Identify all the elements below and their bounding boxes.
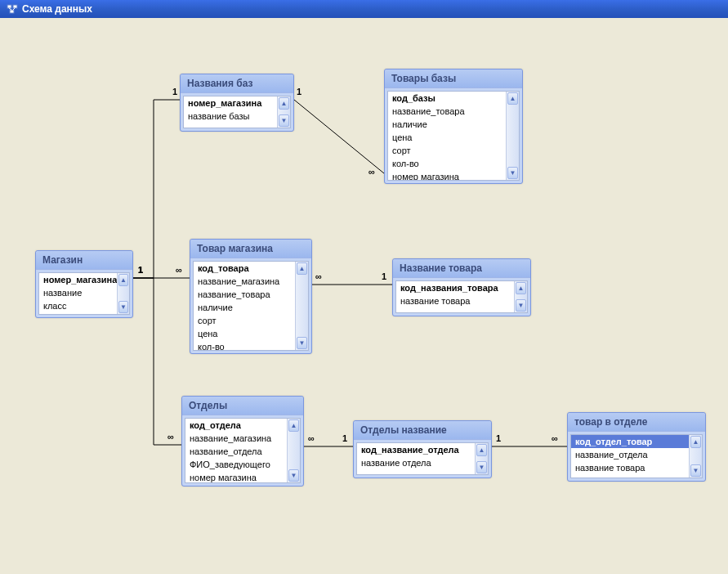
svg-rect-2 [10,10,14,13]
cardinality-label: ∞ [175,265,183,275]
cardinality-label: 1 [172,87,178,96]
scrollbar[interactable]: ▲▼ [506,92,519,180]
field-item[interactable]: код_название_отдела [357,443,475,456]
field-list[interactable]: код_название_отделаназвание отдела [357,443,475,474]
cardinality-label: 1 [137,265,144,275]
field-item[interactable]: цена [194,327,295,340]
field-item[interactable]: сорт [388,144,506,157]
table-otdely_nazvanie[interactable]: Отделы названиекод_название_отделаназван… [353,420,492,478]
field-item[interactable]: код_товара [194,262,295,275]
field-list[interactable]: номер_магазинаназваниекласс [39,273,117,314]
field-item[interactable]: класс [39,299,117,312]
field-item[interactable]: наличие [388,118,506,131]
field-item[interactable]: номер_магазина [39,273,117,286]
scroll-up-icon[interactable]: ▲ [690,436,701,448]
scrollbar[interactable]: ▲▼ [689,435,702,478]
field-item[interactable]: код_отдела [185,419,287,432]
field-list[interactable]: код_отдел_товарназвание_отделаназвание т… [571,435,689,478]
table-title[interactable]: Отделы [182,397,303,415]
field-item[interactable]: номер магазина [388,170,506,180]
field-item[interactable]: название отдела [357,456,475,469]
scrollbar[interactable]: ▲▼ [475,443,488,474]
diagram-canvas[interactable]: 111∞1∞∞11∞∞11∞ Названия базномер_магазин… [0,18,728,574]
table-nazvanie_tovara[interactable]: Название товаракод_названия_товараназван… [392,258,531,316]
scrollbar[interactable]: ▲▼ [287,419,300,482]
scroll-down-icon[interactable]: ▼ [297,337,307,349]
field-item[interactable]: кол-во [388,157,506,170]
cardinality-label: ∞ [551,433,559,443]
cardinality-label: ∞ [307,433,315,443]
field-item[interactable]: номер_магазина [184,96,277,110]
scroll-up-icon[interactable]: ▲ [507,92,518,105]
field-item[interactable]: наличие [194,301,295,314]
field-item[interactable]: название_отдела [571,448,689,461]
field-list[interactable]: код_товараназвание_магазинаназвание_това… [194,262,295,350]
field-item[interactable]: название товара [396,294,514,307]
scrollbar[interactable]: ▲▼ [295,262,308,350]
field-item[interactable]: сорт [194,314,295,327]
table-title[interactable]: Товары базы [385,70,522,88]
field-item[interactable]: название базы [184,110,277,123]
scrollbar[interactable]: ▲▼ [277,96,290,128]
cardinality-label: ∞ [315,271,323,281]
table-title[interactable]: Товар магазина [190,240,311,258]
field-list[interactable]: код_названия_товараназвание товара [396,281,514,312]
scroll-up-icon[interactable]: ▲ [516,282,526,294]
field-item[interactable]: название_товара [388,105,506,118]
scroll-down-icon[interactable]: ▼ [118,301,128,313]
table-title[interactable]: Отделы название [354,421,491,440]
cardinality-label: ∞ [167,432,175,442]
field-item[interactable]: цена [388,131,506,144]
cardinality-label: 1 [342,433,348,443]
field-item[interactable]: название товара [571,461,689,474]
table-tovar_magazina[interactable]: Товар магазинакод_товараназвание_магазин… [190,239,312,354]
table-otdely[interactable]: Отделыкод_отделаназвание_магазинаназвани… [181,396,304,487]
table-title[interactable]: Названия баз [181,74,293,93]
field-item[interactable]: номер магазина [185,471,287,482]
table-title[interactable]: товар в отделе [568,413,705,432]
cardinality-label: 1 [381,271,387,281]
scroll-up-icon[interactable]: ▲ [118,274,128,286]
field-list[interactable]: номер_магазинаназвание базы [184,96,277,128]
scroll-down-icon[interactable]: ▼ [279,114,289,127]
field-item[interactable]: название_отдела [185,445,287,458]
field-item[interactable]: код_отдел_товар [571,435,689,448]
field-item[interactable]: название_товара [194,288,295,301]
scroll-up-icon[interactable]: ▲ [279,97,289,110]
svg-rect-0 [7,5,11,8]
field-item[interactable]: название_магазина [185,432,287,445]
table-tovar_v_otdele[interactable]: товар в отделекод_отдел_товарназвание_от… [567,412,706,482]
field-item[interactable]: код_названия_товара [396,281,514,294]
cardinality-label: 1 [137,265,144,275]
table-title[interactable]: Название товара [393,259,530,278]
scroll-up-icon[interactable]: ▲ [297,262,307,275]
window-title: Схема данных [22,3,92,15]
cardinality-label: ∞ [368,167,376,177]
scroll-down-icon[interactable]: ▼ [516,299,526,312]
table-tovary_bazy[interactable]: Товары базыкод_базыназвание_товараналичи… [384,69,523,184]
window-titlebar[interactable]: Схема данных [0,0,728,18]
table-nazvaniya_baz[interactable]: Названия базномер_магазинаназвание базы▲… [180,74,294,132]
cardinality-label: 1 [296,87,302,96]
scrollbar[interactable]: ▲▼ [514,281,527,312]
field-list[interactable]: код_отделаназвание_магазинаназвание_отде… [185,419,287,482]
field-item[interactable]: кол-во [194,340,295,350]
cardinality-label: 1 [137,265,144,275]
field-item[interactable]: название [39,286,117,299]
scroll-down-icon[interactable]: ▼ [690,464,701,477]
scroll-up-icon[interactable]: ▲ [288,419,299,432]
table-magazin[interactable]: Магазинномер_магазинаназваниекласс▲▼ [35,250,133,318]
scroll-down-icon[interactable]: ▼ [288,469,299,482]
cardinality-label: 1 [495,433,502,443]
field-item[interactable]: название_магазина [194,275,295,288]
app-icon [7,3,18,15]
scroll-down-icon[interactable]: ▼ [476,461,487,473]
svg-rect-1 [13,5,17,8]
field-list[interactable]: код_базыназвание_товараналичиеценасортко… [388,92,506,180]
scroll-up-icon[interactable]: ▲ [476,444,487,456]
table-title[interactable]: Магазин [36,251,132,270]
scroll-down-icon[interactable]: ▼ [507,167,518,179]
field-item[interactable]: код_базы [388,92,506,105]
scrollbar[interactable]: ▲▼ [117,273,129,314]
field-item[interactable]: ФИО_заведующего [185,458,287,471]
